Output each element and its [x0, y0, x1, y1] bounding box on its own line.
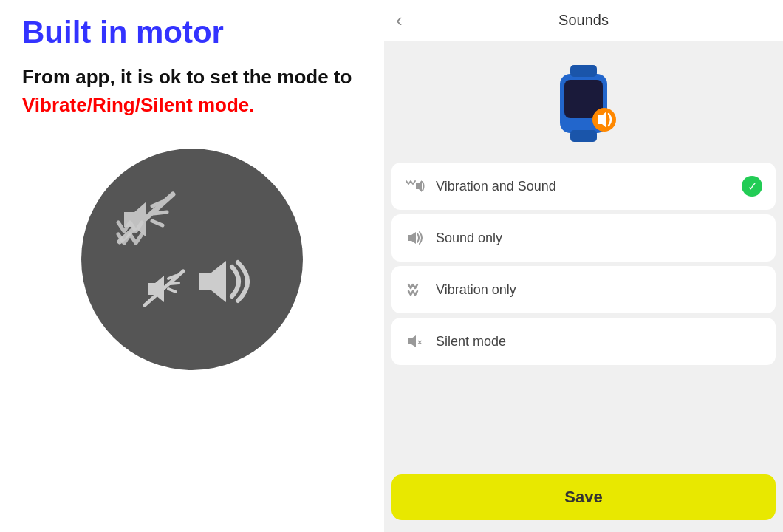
option-sound-only[interactable]: Sound only	[392, 214, 776, 262]
back-button[interactable]: ‹	[396, 9, 403, 32]
highlight-text: Vibrate/Ring/Silent mode.	[22, 94, 254, 116]
sound-only-icon	[405, 228, 425, 248]
save-button[interactable]: Save	[392, 474, 776, 520]
watch-icon	[539, 59, 628, 148]
vibration-only-icon	[405, 279, 425, 300]
svg-text:×: ×	[417, 338, 422, 347]
silent-mode-icon: ×	[405, 331, 425, 352]
svg-marker-19	[408, 335, 416, 347]
vibration-sound-icon	[405, 176, 425, 197]
vibration-only-label: Vibration only	[436, 282, 762, 298]
vibration-illustration	[81, 149, 303, 370]
option-silent-mode[interactable]: × Silent mode	[392, 318, 776, 365]
illustration-svg	[111, 178, 273, 341]
option-vibration-sound[interactable]: Vibration and Sound ✓	[392, 163, 776, 210]
svg-marker-18	[408, 232, 416, 244]
option-vibration-only[interactable]: Vibration only	[392, 266, 776, 313]
selected-check: ✓	[742, 176, 762, 197]
header: ‹ Sounds	[384, 0, 783, 41]
svg-marker-5	[199, 261, 226, 302]
svg-rect-14	[570, 130, 597, 142]
right-panel: ‹ Sounds	[384, 0, 783, 532]
watch-area	[384, 41, 783, 163]
svg-line-9	[168, 289, 176, 292]
vibration-sound-label: Vibration and Sound	[436, 179, 731, 194]
save-button-wrap: Save	[384, 467, 783, 532]
svg-marker-17	[416, 180, 422, 192]
sound-only-label: Sound only	[436, 231, 762, 246]
options-list: Vibration and Sound ✓ Sound only	[384, 163, 783, 467]
left-panel: Built in motor From app, it is ok to set…	[0, 0, 384, 532]
description: From app, it is ok to set the mode to Vi…	[22, 64, 362, 119]
header-title: Sounds	[558, 12, 609, 29]
silent-mode-label: Silent mode	[436, 334, 762, 349]
description-text: From app, it is ok to set the mode to	[22, 66, 352, 88]
page-title: Built in motor	[22, 15, 362, 50]
svg-rect-13	[570, 65, 597, 77]
svg-line-3	[152, 221, 163, 225]
